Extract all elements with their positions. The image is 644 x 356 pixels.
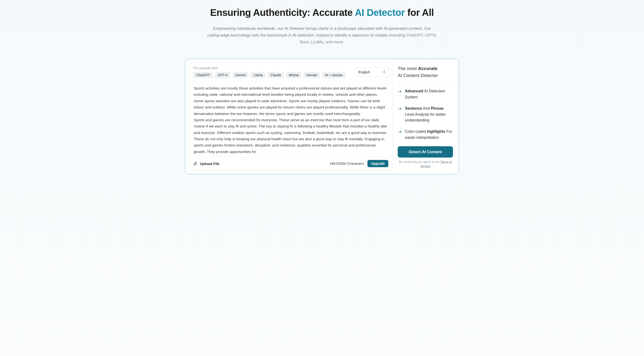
tos-pre: By continuing you agree to our	[399, 160, 440, 164]
detect-button[interactable]: Detect AI Content	[398, 146, 453, 158]
sidebar-title-bold: Accurate	[418, 66, 437, 71]
feature-list: Advanced AI Detection System Sentence An…	[398, 88, 453, 141]
footer-right: 1661/5000 Characters Upgrade	[330, 160, 388, 167]
sidebar-title-line2: AI Content Detector	[398, 73, 438, 78]
sample-chip[interactable]: Human	[304, 72, 320, 78]
paperclip-icon	[193, 161, 198, 166]
arrow-right-icon	[398, 130, 402, 134]
sample-chip[interactable]: Llama	[251, 72, 266, 78]
sidebar-title-pre: The most	[398, 66, 418, 71]
samples-wrap: Try sample text ChatGPTGPT-4GeminiLlamaC…	[193, 66, 351, 78]
upload-label: Upload File	[200, 162, 220, 166]
sample-chips: ChatGPTGPT-4GeminiLlamaClaudeMistralHuma…	[193, 72, 351, 78]
sample-chip[interactable]: AI + Human	[322, 72, 346, 78]
feature-item: Sentence And Phrase Level Analysis for b…	[398, 106, 453, 123]
language-select-wrap: English	[355, 68, 388, 77]
feature-item: Advanced AI Detection System	[398, 88, 453, 100]
feature-text: Advanced AI Detection System	[405, 88, 453, 100]
feature-text: Sentence And Phrase Level Analysis for b…	[405, 106, 453, 123]
title-accent: AI Detector	[355, 7, 405, 18]
sample-chip[interactable]: GPT-4	[215, 72, 230, 78]
editor-column: Try sample text ChatGPTGPT-4GeminiLlamaC…	[189, 63, 392, 170]
arrow-right-icon	[398, 89, 402, 94]
sample-chip[interactable]: Claude	[268, 72, 284, 78]
page-subtitle: Empowering individuals worldwide, our AI…	[207, 25, 437, 46]
sample-chip[interactable]: Gemini	[232, 72, 249, 78]
editor-footer: Upload File 1661/5000 Characters Upgrade	[189, 157, 392, 170]
page-title: Ensuring Authenticity: Accurate AI Detec…	[185, 7, 459, 18]
language-select[interactable]: English	[355, 68, 388, 77]
content-textarea[interactable]	[189, 81, 392, 156]
detector-panel: Try sample text ChatGPTGPT-4GeminiLlamaC…	[185, 59, 459, 174]
sidebar-title: The most Accurate AI Content Detector	[398, 65, 453, 79]
sample-label: Try sample text	[193, 66, 351, 70]
editor-box: Try sample text ChatGPTGPT-4GeminiLlamaC…	[189, 63, 392, 170]
sidebar-column: The most Accurate AI Content Detector Ad…	[392, 63, 455, 170]
sidebar-divider	[398, 83, 453, 84]
editor-toolbar: Try sample text ChatGPTGPT-4GeminiLlamaC…	[189, 63, 392, 81]
sample-chip[interactable]: Mistral	[286, 72, 302, 78]
feature-text: Color-coded highlights For easier interp…	[405, 129, 453, 141]
upload-file-button[interactable]: Upload File	[193, 161, 220, 166]
title-pre: Ensuring Authenticity: Accurate	[210, 7, 355, 18]
tos-text: By continuing you agree to our Terms of …	[398, 160, 453, 168]
character-count: 1661/5000 Characters	[330, 162, 364, 166]
upgrade-button[interactable]: Upgrade	[368, 160, 388, 167]
title-post: for All	[405, 7, 434, 18]
sample-chip[interactable]: ChatGPT	[193, 72, 213, 78]
feature-item: Color-coded highlights For easier interp…	[398, 129, 453, 141]
arrow-right-icon	[398, 107, 402, 111]
